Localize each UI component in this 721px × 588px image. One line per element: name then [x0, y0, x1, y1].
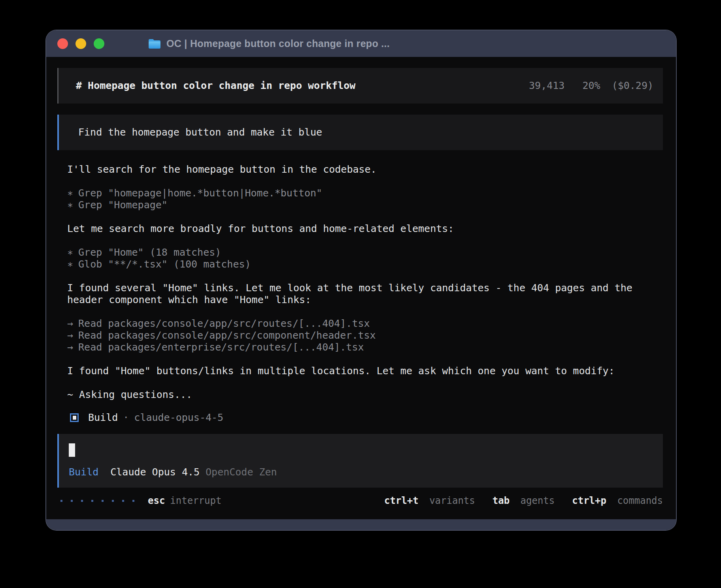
tool-call-group: ∗ Grep "homepage|home.*button|Home.*butt…	[67, 187, 656, 211]
agent-row: Build · claude-opus-4-5	[67, 412, 656, 424]
shortcut-commands[interactable]: ctrl+p commands	[572, 495, 663, 507]
session-stats: 39,413 20% ($0.29)	[529, 80, 653, 92]
window-title: OC | Homepage button color change in rep…	[166, 38, 390, 49]
tool-call-grep: ∗ Grep "homepage|home.*button|Home.*butt…	[67, 187, 656, 199]
tab-key[interactable]: tab	[493, 495, 510, 506]
prompt-input[interactable]: Build Claude Opus 4.5 OpenCode Zen	[57, 434, 663, 488]
user-message-box: Find the homepage button and make it blu…	[57, 115, 663, 150]
title-group: OC | Homepage button color change in rep…	[148, 38, 390, 49]
zoom-button[interactable]	[94, 38, 104, 49]
close-button[interactable]	[57, 38, 68, 49]
session-header: # Homepage button color change in repo w…	[57, 68, 663, 104]
arrow-right-icon: →	[67, 318, 73, 330]
asterisk-icon: ∗	[67, 199, 73, 211]
arrow-right-icon: →	[67, 341, 73, 353]
ctrl-t-key[interactable]: ctrl+t	[384, 495, 419, 506]
tool-call-group: ∗ Grep "Home" (18 matches) ∗ Glob "**/*.…	[67, 247, 656, 270]
shortcut-agents[interactable]: tab agents	[493, 495, 555, 507]
asterisk-icon: ∗	[67, 247, 73, 258]
tool-call-label: Read packages/console/app/src/routes/[..…	[78, 318, 370, 330]
window-footer	[46, 519, 676, 530]
tool-call-label: Glob "**/*.tsx" (100 matches)	[78, 258, 251, 270]
interrupt-hint: interrupt	[170, 495, 221, 507]
arrow-right-icon: →	[67, 330, 73, 341]
progress-dots-icon	[60, 500, 134, 502]
context-percent: 20%	[582, 80, 600, 91]
tool-call-label: Read packages/enterprise/src/routes/[...…	[78, 341, 364, 353]
tool-call-read: → Read packages/console/app/src/componen…	[67, 330, 656, 341]
minimize-button[interactable]	[75, 38, 86, 49]
user-message-text: Find the homepage button and make it blu…	[78, 126, 322, 138]
variants-hint: variants	[429, 495, 475, 506]
text-cursor	[69, 443, 75, 457]
assistant-text: I'll search for the homepage button in t…	[67, 164, 656, 175]
shortcut-variants[interactable]: ctrl+t variants	[384, 495, 475, 507]
agents-hint: agents	[521, 495, 555, 506]
esc-key[interactable]: esc	[148, 495, 165, 507]
folder-icon	[148, 38, 161, 49]
token-count: 39,413	[529, 80, 564, 91]
transcript: I'll search for the homepage button in t…	[67, 164, 656, 424]
tool-call-group: → Read packages/console/app/src/routes/[…	[67, 318, 656, 353]
asterisk-icon: ∗	[67, 258, 73, 270]
agent-build-icon	[70, 413, 79, 422]
assistant-text: I found "Home" buttons/links in multiple…	[67, 365, 656, 377]
terminal-window: OC | Homepage button color change in rep…	[46, 30, 676, 530]
tool-call-label: Read packages/console/app/src/component/…	[78, 330, 376, 341]
tool-call-glob: ∗ Glob "**/*.tsx" (100 matches)	[67, 258, 656, 270]
working-status: ~ Asking questions...	[67, 389, 656, 401]
mode-indicator[interactable]: Build	[69, 466, 98, 478]
agent-model: claude-opus-4-5	[134, 412, 223, 424]
model-indicator[interactable]: Claude Opus 4.5	[110, 466, 200, 478]
tool-call-label: Grep "homepage|home.*button|Home.*button…	[78, 187, 322, 199]
agent-name: Build	[88, 412, 118, 424]
session-title: # Homepage button color change in repo w…	[76, 80, 355, 92]
desktop: OC | Homepage button color change in rep…	[0, 0, 721, 588]
ctrl-p-key[interactable]: ctrl+p	[572, 495, 606, 506]
tool-call-read: → Read packages/enterprise/src/routes/[.…	[67, 341, 656, 353]
asterisk-icon: ∗	[67, 187, 73, 199]
commands-hint: commands	[617, 495, 663, 506]
traffic-lights	[57, 38, 104, 49]
titlebar[interactable]: OC | Homepage button color change in rep…	[46, 30, 676, 57]
tool-call-grep: ∗ Grep "Homepage"	[67, 199, 656, 211]
tool-call-read: → Read packages/console/app/src/routes/[…	[67, 318, 656, 330]
statusbar: esc interrupt ctrl+t variants tab agents…	[57, 495, 663, 507]
assistant-text: I found several "Home" links. Let me loo…	[67, 282, 656, 306]
input-footer: Build Claude Opus 4.5 OpenCode Zen	[69, 466, 653, 478]
provider-indicator: OpenCode Zen	[206, 466, 277, 478]
tool-call-grep: ∗ Grep "Home" (18 matches)	[67, 247, 656, 258]
terminal-content: # Homepage button color change in repo w…	[46, 57, 676, 519]
assistant-text: Let me search more broadly for buttons a…	[67, 223, 656, 235]
tool-call-label: Grep "Homepage"	[78, 199, 168, 211]
tool-call-label: Grep "Home" (18 matches)	[78, 247, 221, 258]
dot-separator: ·	[123, 412, 129, 424]
session-cost: ($0.29)	[612, 80, 653, 91]
